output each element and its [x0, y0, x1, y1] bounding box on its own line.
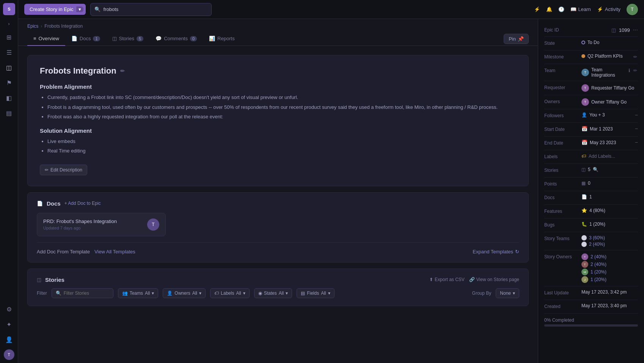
filter-stories-input[interactable] [64, 291, 109, 296]
star-icon[interactable]: ✦ [2, 317, 16, 331]
labels-chevron-icon: ▾ [243, 291, 245, 296]
problem-alignment-heading: Problem Alignment [40, 83, 516, 90]
requester-text: Requester Tiffany Go [591, 85, 634, 91]
clock-action[interactable]: 🕐 [558, 6, 564, 12]
labels-all-label: All [236, 291, 241, 296]
learn-icon: 📖 [570, 6, 576, 12]
breadcrumb-epics-link[interactable]: Epics [27, 24, 38, 29]
expand-templates-button[interactable]: Expand Templates ↻ [473, 249, 519, 255]
pin-button[interactable]: Pin 📌 [504, 34, 529, 44]
start-date-text: Mar 1 2023 [590, 126, 613, 132]
create-dropdown-arrow[interactable]: ▾ [76, 6, 83, 12]
people-icon[interactable]: 👤 [2, 333, 16, 346]
flag-icon[interactable]: ⚑ [2, 76, 16, 90]
states-filter-dropdown[interactable]: ◉ States All ▾ [254, 288, 292, 298]
group-by-select[interactable]: None ▾ [496, 288, 519, 298]
comments-tab-icon: 💬 [156, 36, 162, 41]
docs-meta-row: Docs 📄 1 [544, 191, 638, 205]
teams-filter-dropdown[interactable]: 👥 Teams All ▾ [118, 288, 159, 298]
create-button-label: Create Story in Epic [30, 6, 74, 12]
stories-nav-icon[interactable]: ◫ [2, 61, 16, 74]
end-date-calendar-icon: 📅 [581, 140, 587, 145]
fields-filter-dropdown[interactable]: ▤ Fields All ▾ [297, 288, 334, 298]
breadcrumb-separator: › [41, 24, 42, 29]
create-story-button[interactable]: Create Story in Epic ▾ [24, 4, 86, 15]
story-owner-row-3: M 1 (20%) [581, 269, 606, 275]
last-update-meta-row: Last Update May 17 2023, 3:42 pm [544, 286, 638, 300]
milestone-edit-button[interactable]: ✏ [633, 53, 638, 60]
user-avatar-sidebar[interactable]: T [4, 349, 14, 360]
epic-id-number: 1099 [619, 27, 630, 33]
doc-item[interactable]: PRD: Frobot's Shapes Integration Updated… [37, 213, 166, 236]
edit-description-button[interactable]: ✏ Edit Description [40, 165, 87, 175]
learn-action[interactable]: 📖 Learn [570, 6, 591, 12]
team-edit-button[interactable]: ✏ [633, 67, 638, 74]
created-value: May 17 2023, 3:40 pm [581, 303, 638, 308]
group-by-label: Group By [472, 291, 492, 296]
view-all-templates-link[interactable]: View All Templates [94, 249, 135, 255]
tab-stories[interactable]: ◫ Stories 5 [106, 32, 150, 46]
followers-minus-button[interactable]: − [635, 112, 638, 118]
team-actions: ℹ ✏ [628, 67, 638, 74]
flash-action[interactable]: ⚡ [534, 6, 540, 12]
app-logo[interactable]: S [3, 3, 15, 15]
end-date-minus-button[interactable]: − [635, 140, 638, 145]
tab-comments[interactable]: 💬 Comments 0 [149, 32, 203, 46]
team-info-button[interactable]: ℹ [628, 67, 631, 74]
tab-overview[interactable]: ≡ Overview [27, 32, 65, 46]
expand-templates-label: Expand Templates [473, 249, 513, 255]
end-date-text: May 23 2023 [590, 140, 616, 145]
add-doc-button[interactable]: + Add Doc to Epic [64, 201, 101, 206]
labels-value: 🏷 Add Labels... [581, 153, 638, 159]
story-owner-3-avatar: M [581, 269, 588, 275]
stories-search-icon[interactable]: 🔍 [593, 167, 598, 172]
owners-filter-dropdown[interactable]: 👤 Owners All ▾ [163, 288, 206, 298]
comments-tab-count: 0 [190, 36, 197, 41]
export-icon: ⬆ [429, 277, 433, 282]
state-circle-icon [581, 41, 585, 44]
chart-icon[interactable]: ▤ [2, 106, 16, 120]
labels-filter-dropdown[interactable]: 🏷 Labels All ▾ [210, 288, 250, 298]
export-csv-button[interactable]: ⬆ Export as CSV [429, 277, 465, 282]
story-owner-1-avatar: T [581, 253, 588, 260]
docs-count-icon: 📄 [581, 194, 587, 200]
list-icon[interactable]: ☰ [2, 46, 16, 59]
tab-reports[interactable]: 📊 Reports [203, 32, 241, 46]
milestone-label: Milestone [544, 53, 578, 60]
features-icon: ⭐ [581, 208, 587, 213]
milestone-value: Q2 Platform KPIs [581, 53, 630, 59]
bell-action[interactable]: 🔔 [546, 6, 552, 12]
owners-chevron-icon: ▾ [199, 291, 201, 296]
group-by-chevron-icon: ▾ [513, 291, 515, 296]
view-stories-icon: 🔗 [469, 277, 475, 282]
clock-icon: 🕐 [558, 6, 564, 12]
view-on-stories-button[interactable]: 🔗 View on Stories page [469, 277, 519, 282]
layers-icon[interactable]: ◧ [2, 91, 16, 105]
edit-title-icon[interactable]: ✏ [120, 68, 125, 74]
filter-search[interactable]: 🔍 [52, 288, 113, 298]
template-label: Add Doc From Template [37, 249, 90, 255]
fields-chevron-icon: ▾ [328, 291, 330, 296]
sidebar-collapse-btn[interactable]: › [2, 20, 16, 27]
start-date-minus-button[interactable]: − [635, 126, 638, 131]
team-value: T Team Integrations [581, 67, 625, 78]
export-label: Export as CSV [435, 277, 465, 282]
labels-meta-row: Labels 🏷 Add Labels... [544, 150, 638, 164]
settings-icon[interactable]: ⚙ [2, 302, 16, 316]
tabs-bar: ≡ Overview 📄 Docs 1 ◫ Stories 5 💬 Commen… [18, 32, 538, 46]
teams-chevron-icon: ▾ [152, 291, 154, 296]
search-input[interactable] [104, 6, 207, 12]
topbar: Create Story in Epic ▾ 🔍 ⚡ 🔔 🕐 📖 Learn ⚡ [18, 0, 644, 19]
user-avatar-topbar[interactable]: T [627, 4, 638, 15]
epic-more-options-button[interactable]: ··· [633, 27, 638, 33]
story-owner-2-percent: 2 (40%) [591, 262, 606, 267]
story-owners-list: T 2 (40%) T 2 (40%) M 1 (20%) J [581, 253, 606, 283]
activity-action[interactable]: ⚡ Activity [597, 6, 620, 12]
problem-bullets-list: Currently, pasting a Frobot link into SC… [40, 94, 516, 121]
epic-id-label: Epic ID [544, 27, 559, 33]
story-owner-2-avatar: T [581, 261, 588, 268]
home-icon[interactable]: ⊞ [2, 30, 16, 44]
search-bar[interactable]: 🔍 [90, 3, 212, 16]
tab-docs[interactable]: 📄 Docs 1 [65, 32, 106, 46]
start-date-value: 📅 Mar 1 2023 [581, 126, 632, 132]
